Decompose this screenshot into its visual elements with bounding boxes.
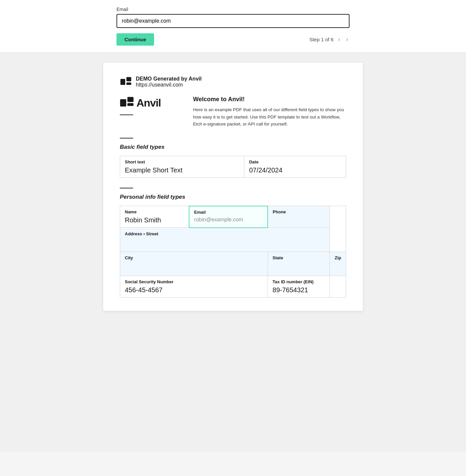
demo-banner: DEMO Generated by Anvil https://useanvil… <box>120 76 346 88</box>
doc-header-left: Anvil <box>120 96 180 128</box>
demo-line1: DEMO Generated by Anvil <box>136 76 202 82</box>
demo-line2: https://useanvil.com <box>136 82 202 88</box>
phone-cell: Phone <box>268 206 330 228</box>
ein-value: 89-7654321 <box>273 286 308 294</box>
top-bar-actions: Continue Step 1 of 6 ‹ › <box>116 33 350 46</box>
doc-title: Welcome to Anvil! <box>193 96 346 103</box>
personal-section-title: Personal info field types <box>120 194 346 200</box>
doc-header-right: Welcome to Anvil! Here is an example PDF… <box>193 96 346 128</box>
ein-label: Tax ID number (EIN) <box>273 279 325 284</box>
name-label: Name <box>125 209 184 214</box>
name-email-phone-row: Name Robin Smith Email Phone <box>120 206 346 228</box>
ssn-label: Social Security Number <box>125 279 263 284</box>
city-state-zip-row: City State Zip <box>120 252 346 276</box>
anvil-logo: Anvil <box>120 96 180 110</box>
date-label: Date <box>249 159 341 164</box>
city-label: City <box>125 255 263 260</box>
anvil-demo-icon <box>120 76 132 88</box>
state-label: State <box>273 255 325 260</box>
email-label: Email <box>116 7 350 12</box>
state-cell: State <box>268 252 330 276</box>
address-row: Address • Street <box>120 228 346 252</box>
top-bar: Email Continue Step 1 of 6 ‹ › <box>0 0 466 53</box>
city-input[interactable] <box>125 262 263 272</box>
email-input[interactable] <box>116 14 350 28</box>
personal-email-input[interactable] <box>194 217 263 223</box>
phone-label: Phone <box>273 209 325 214</box>
doc-description: Here is an example PDF that uses all of … <box>193 106 346 128</box>
next-step-button[interactable]: › <box>345 35 350 44</box>
demo-text: DEMO Generated by Anvil https://useanvil… <box>136 76 202 88</box>
svg-rect-4 <box>127 97 133 102</box>
doc-header: Anvil Welcome to Anvil! Here is an examp… <box>120 96 346 128</box>
address-cell: Address • Street <box>120 228 330 252</box>
name-cell: Name Robin Smith <box>120 206 189 228</box>
address-input[interactable] <box>125 238 325 248</box>
ssn-value: 456-45-4567 <box>125 286 162 294</box>
zip-cell: Zip <box>330 252 346 276</box>
anvil-logo-text: Anvil <box>136 97 161 109</box>
svg-rect-2 <box>126 83 131 85</box>
ssn-ein-row: Social Security Number 456-45-4567 Tax I… <box>120 276 346 297</box>
short-text-value: Example Short Text <box>125 166 182 174</box>
step-nav: Step 1 of 6 ‹ › <box>309 35 350 44</box>
state-input[interactable] <box>273 262 325 272</box>
svg-rect-0 <box>120 79 125 85</box>
ssn-cell: Social Security Number 456-45-4567 <box>120 276 268 297</box>
svg-rect-1 <box>126 77 131 82</box>
date-cell: Date 07/24/2024 <box>244 156 346 177</box>
basic-section-title: Basic field types <box>120 144 346 150</box>
svg-rect-3 <box>120 99 126 107</box>
ein-cell: Tax ID number (EIN) 89-7654321 <box>268 276 330 297</box>
personal-section-divider <box>120 188 133 188</box>
short-text-cell: Short text Example Short Text <box>120 156 244 177</box>
zip-label: Zip <box>335 255 341 260</box>
continue-button[interactable]: Continue <box>116 33 154 46</box>
personal-fields-table: Name Robin Smith Email Phone Address • S… <box>120 206 346 298</box>
logo-divider <box>120 115 133 115</box>
prev-step-button[interactable]: ‹ <box>337 35 342 44</box>
address-label: Address • Street <box>125 231 325 236</box>
step-label: Step 1 of 6 <box>309 37 334 42</box>
svg-rect-5 <box>127 103 133 106</box>
doc-container: DEMO Generated by Anvil https://useanvil… <box>103 63 363 311</box>
city-cell: City <box>120 252 268 276</box>
basic-fields-table: Short text Example Short Text Date 07/24… <box>120 156 346 178</box>
name-value: Robin Smith <box>125 216 161 224</box>
personal-email-label: Email <box>194 210 263 215</box>
doc-area: DEMO Generated by Anvil https://useanvil… <box>0 53 466 452</box>
date-value: 07/24/2024 <box>249 166 282 174</box>
anvil-logo-icon <box>120 96 134 110</box>
basic-section-divider <box>120 138 133 138</box>
phone-input[interactable] <box>273 216 325 222</box>
short-text-label: Short text <box>125 159 239 164</box>
zip-input[interactable] <box>335 262 341 272</box>
email-cell[interactable]: Email <box>189 206 268 228</box>
